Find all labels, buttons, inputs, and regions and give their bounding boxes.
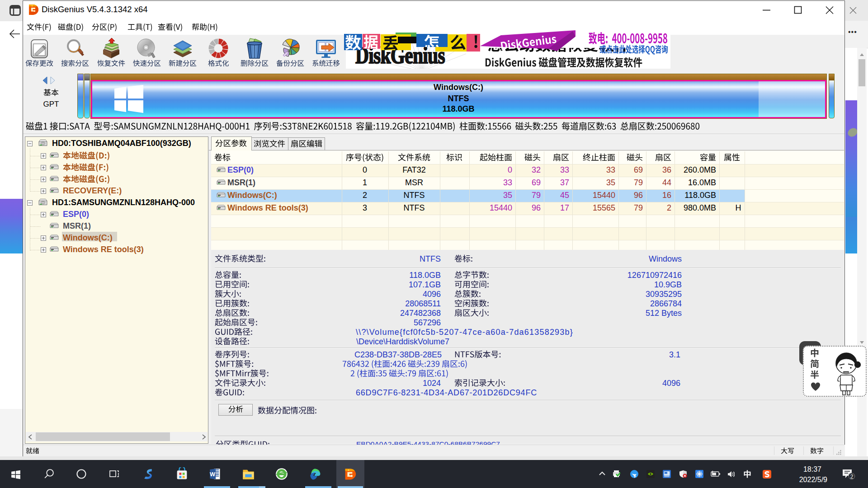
svg-text:W: W [210,471,216,478]
svg-text:2: 2 [850,474,854,480]
